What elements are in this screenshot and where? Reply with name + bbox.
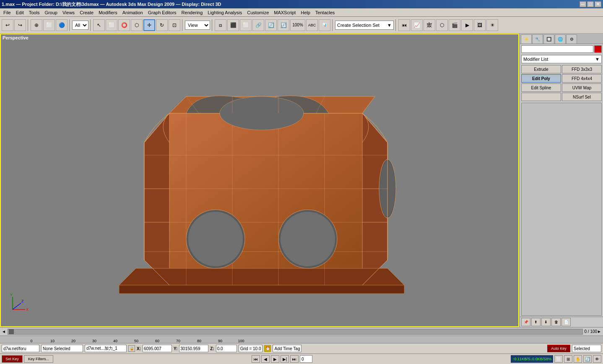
named-selection-prev[interactable]: ⏮ [398, 19, 410, 31]
pin-button[interactable]: 📌 [521, 318, 530, 326]
align-button[interactable]: ⬛ [227, 19, 239, 31]
view-dropdown[interactable]: View [185, 21, 210, 30]
search-clear-button[interactable] [594, 45, 602, 53]
quick-render[interactable]: ▶ [461, 19, 473, 31]
graph-button[interactable]: 📊 [319, 19, 330, 31]
fence-select-button[interactable]: ⬡ [131, 19, 143, 31]
zoom-all-button[interactable]: ⊞ [564, 355, 572, 363]
create-selection-set[interactable]: Create Selection Set ▼ [335, 21, 394, 30]
rect-select-button[interactable]: ⬜ [106, 19, 117, 31]
redo-button[interactable]: ↪ [14, 19, 26, 31]
menu-item-tentacles[interactable]: Tentacles [313, 9, 337, 16]
move-up-button[interactable]: ⬆ [531, 318, 541, 326]
modifier-editspline[interactable]: Edit Spline [521, 83, 561, 92]
y-coord-field[interactable]: 30150.959 [179, 345, 208, 352]
modifier-editpoly[interactable]: Edit Poly [521, 74, 561, 83]
modifier-extrude[interactable]: Extrude [521, 65, 561, 73]
link-button[interactable]: 🔗 [252, 19, 264, 31]
select-button[interactable]: ⊕ [31, 19, 42, 31]
menu-item-edit[interactable]: Edit [13, 9, 26, 16]
auto-key-button[interactable]: Auto Key [547, 345, 570, 352]
go-to-start-button[interactable]: ⏮ [252, 355, 260, 363]
active-shade[interactable]: ☀ [486, 19, 498, 31]
timeline-prev-arrow[interactable]: ◄ [2, 329, 6, 334]
modifier-ffd3x3[interactable]: FFD 3x3x3 [562, 65, 602, 73]
menu-item-views[interactable]: Views [60, 9, 77, 16]
selection-filter-dropdown[interactable]: All [72, 21, 88, 30]
spin-button[interactable]: 🔄 [265, 19, 277, 31]
abc-button[interactable]: ABC [306, 19, 318, 31]
menu-item-maxscript[interactable]: MAXScript [271, 9, 298, 16]
pan-button[interactable]: ✋ [574, 355, 582, 363]
z-coord-field[interactable]: 0.0 [216, 345, 237, 352]
menu-item-lighting-analysis[interactable]: Lighting Analysis [205, 9, 244, 16]
delete-modifier-button[interactable]: 🗑 [551, 318, 561, 326]
rotate-button[interactable]: ↻ [156, 19, 168, 31]
select-object-button[interactable]: ↖ [93, 19, 105, 31]
set-key-button[interactable]: Set Key [2, 355, 23, 363]
maximize-button[interactable]: □ [587, 1, 594, 7]
undo-button[interactable]: ↩ [2, 19, 13, 31]
panel-tab-hierarchy[interactable]: 🔲 [543, 34, 554, 44]
title-bar-buttons[interactable]: — □ ✕ [580, 1, 601, 7]
material-editor[interactable]: ⬡ [436, 19, 448, 31]
menu-item-modifiers[interactable]: Modifiers [96, 9, 120, 16]
panel-tab-modify[interactable]: 🔧 [532, 34, 543, 44]
frame-number-field[interactable]: 0 [300, 355, 312, 363]
x-coord-field[interactable]: 6095.007 [143, 345, 172, 352]
modifier-stack[interactable] [521, 103, 602, 316]
timeline-next-arrow[interactable]: ► [597, 329, 601, 334]
circle-select-button[interactable]: ⭕ [118, 19, 130, 31]
menu-item-help[interactable]: Help [298, 9, 313, 16]
panel-tab-display[interactable]: ⚙ [566, 34, 577, 44]
toolbar-separator-6 [332, 19, 333, 31]
lock-icon[interactable]: 🔒 [128, 345, 135, 352]
prev-frame-button[interactable]: ◀ [261, 355, 270, 363]
modifier-search-input[interactable] [521, 45, 593, 53]
modifier-empty[interactable] [521, 93, 561, 101]
panel-tab-motion[interactable]: 🌐 [555, 34, 566, 44]
mirror-button[interactable]: ⧈ [215, 19, 226, 31]
render-scene[interactable]: 🎬 [449, 19, 460, 31]
play-button[interactable]: ▶ [271, 355, 279, 363]
modifier-list-dropdown[interactable]: Modifier List ▼ [521, 55, 602, 63]
menu-item-tools[interactable]: Tools [26, 9, 42, 16]
select-move-button[interactable]: ✛ [143, 19, 155, 31]
timeline-track[interactable] [8, 329, 583, 335]
frame-tick-50: 50 [126, 339, 147, 343]
schematic-view[interactable]: 🕸 [424, 19, 435, 31]
title-text: 1.max — Project Folder: D:\我的文档\3dsmax —… [2, 1, 221, 8]
align2-button[interactable]: ⬜ [240, 19, 252, 31]
menu-item-graph-editors[interactable]: Graph Editors [146, 9, 179, 16]
menu-item-group[interactable]: Group [42, 9, 60, 16]
modifier-nsurfsel[interactable]: NSurf Sel [562, 93, 602, 101]
add-time-tag-field[interactable]: Add Time Tag [273, 345, 302, 352]
configure-sets-button[interactable]: 📄 [561, 318, 571, 326]
menu-item-animation[interactable]: Animation [120, 9, 146, 16]
menu-item-file[interactable]: File [1, 9, 13, 16]
time-tag-icon[interactable]: ⏰ [264, 345, 271, 352]
panel-tab-create[interactable]: ⚡ [521, 34, 532, 44]
scale-button[interactable]: ⊡ [169, 19, 180, 31]
close-button[interactable]: ✕ [595, 1, 601, 7]
go-to-end-button[interactable]: ⏭ [290, 355, 299, 363]
curve-editor[interactable]: 📈 [411, 19, 423, 31]
menu-item-customize[interactable]: Customize [244, 9, 271, 16]
menu-item-rendering[interactable]: Rendering [179, 9, 205, 16]
viewport[interactable]: Perspective [0, 34, 519, 327]
menu-item-create[interactable]: Create [77, 9, 96, 16]
zoom-extents-button[interactable]: ⬜ [554, 355, 563, 363]
modifier-uvwmap[interactable]: UVW Map [562, 83, 602, 92]
select-filter-button[interactable]: 🔵 [56, 19, 68, 31]
render-last[interactable]: 🖼 [474, 19, 486, 31]
field-of-view-button[interactable]: 👁 [593, 355, 601, 363]
url-field: d7w.net/foru [2, 345, 39, 352]
minimize-button[interactable]: — [580, 1, 586, 7]
arc-rotate-button[interactable]: 🔄 [583, 355, 592, 363]
modifier-ffd4x4[interactable]: FFD 4x4x4 [562, 74, 602, 83]
move-down-button[interactable]: ⬇ [541, 318, 551, 326]
spin2-button[interactable]: 🔃 [278, 19, 289, 31]
next-frame-button[interactable]: ▶| [281, 355, 289, 363]
key-filters-button[interactable]: Key Filters... [24, 355, 53, 363]
select-region-button[interactable]: ⬜ [43, 19, 55, 31]
